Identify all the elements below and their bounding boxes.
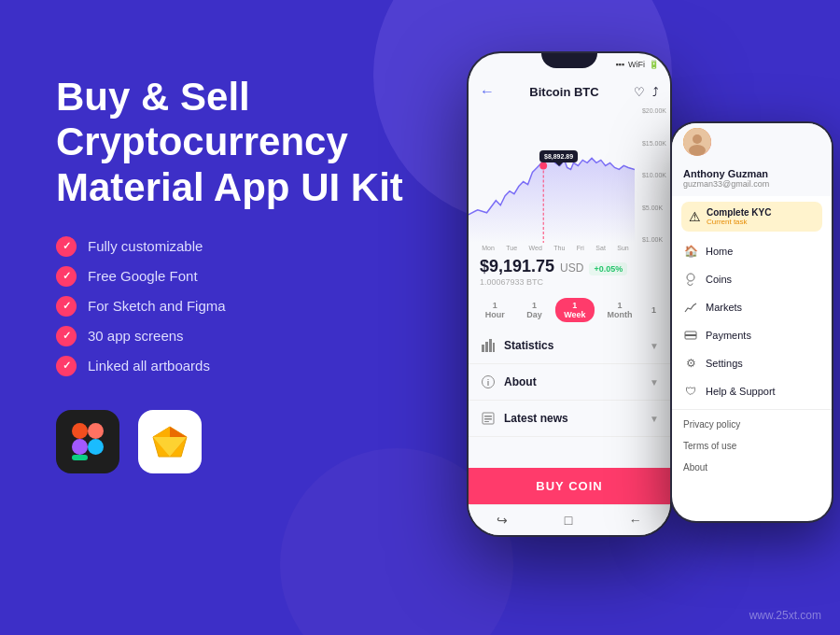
price-amount: $9,191.75	[480, 257, 554, 276]
accordion-left: i About	[480, 374, 537, 390]
share-icon[interactable]: ⤴	[652, 85, 659, 99]
help-icon: 🛡	[683, 384, 698, 399]
chart-svg	[469, 111, 670, 243]
x-label: Thu	[553, 245, 565, 251]
home-icon: 🏠	[683, 244, 698, 259]
chevron-down-icon: ▼	[650, 414, 659, 424]
about-label: About	[504, 375, 537, 388]
chart-area: $20.00K $15.00K $10.00K $5.00K $1.00K $8…	[469, 107, 670, 243]
svg-rect-2	[72, 439, 88, 455]
user-name: Anthony Guzman	[683, 168, 820, 179]
kyc-subtitle: Current task	[707, 218, 815, 226]
figma-icon	[56, 410, 119, 473]
chart-y-labels: $20.00K $15.00K $10.00K $5.00K $1.00K	[642, 107, 666, 243]
buy-coin-button[interactable]: BUY COIN	[469, 468, 670, 504]
statistics-label: Statistics	[504, 339, 553, 352]
svg-rect-14	[493, 343, 495, 352]
accordion-about[interactable]: i About ▼	[469, 364, 670, 401]
y-label: $20.00K	[642, 107, 666, 114]
features-list: ✓ Fully customizable ✓ Free Google Font …	[56, 236, 411, 376]
x-label: Tue	[506, 245, 517, 251]
phone-notch	[541, 53, 597, 68]
phone2-header	[672, 123, 832, 161]
time-custom[interactable]: 1	[645, 298, 663, 322]
check-icon: ✓	[56, 266, 77, 287]
feature-item: ✓ Linked all artboards	[56, 356, 411, 376]
menu-label: Coins	[706, 274, 732, 285]
time-1month[interactable]: 1 Month	[598, 298, 641, 322]
time-1day[interactable]: 1 Day	[517, 298, 551, 322]
header-icons: ♡ ⤴	[634, 85, 659, 99]
phone-main: ▪▪▪ WiFi 🔋 ← Bitcoin BTC ♡ ⤴	[467, 51, 672, 537]
x-label: Mon	[482, 245, 495, 251]
drawer-menu: 🏠 Home Coins Markets	[672, 237, 832, 405]
svg-rect-25	[685, 334, 696, 336]
chevron-down-icon: ▼	[650, 377, 659, 388]
drawer-item-payments[interactable]: Payments	[672, 321, 832, 349]
svg-rect-0	[72, 423, 88, 439]
svg-rect-13	[489, 339, 492, 352]
drawer-item-help[interactable]: 🛡 Help & Support	[672, 377, 832, 405]
battery-icon: 🔋	[649, 60, 659, 69]
accordion-statistics[interactable]: Statistics ▼	[469, 328, 670, 364]
drawer-item-coins[interactable]: Coins	[672, 265, 832, 293]
svg-rect-20	[484, 421, 489, 422]
feature-item: ✓ Free Google Font	[56, 266, 411, 287]
phone-secondary: Anthony Guzman guzman33@gmail.com ⚠ Comp…	[670, 121, 833, 523]
drawer-content: 🏠 Home Coins Markets	[672, 237, 832, 521]
heart-icon[interactable]: ♡	[634, 85, 645, 99]
price-change: +0.05%	[589, 262, 627, 275]
feature-text: Fully customizable	[88, 238, 203, 254]
nav-recent-icon[interactable]: ←	[629, 513, 642, 528]
user-avatar	[683, 128, 711, 156]
feature-text: 30 app screens	[88, 328, 184, 344]
svg-rect-3	[72, 455, 88, 460]
tool-icons	[56, 410, 411, 473]
x-label: Fri	[577, 245, 584, 251]
about-link[interactable]: About	[672, 457, 832, 478]
price-currency: USD	[560, 261, 583, 275]
terms-of-use-link[interactable]: Terms of use	[672, 435, 832, 457]
feature-text: Free Google Font	[88, 268, 198, 284]
svg-point-4	[88, 439, 104, 455]
y-label: $10.00K	[642, 172, 666, 178]
x-label: Sun	[617, 245, 628, 251]
kyc-text: Complete KYC Current task	[707, 207, 815, 226]
drawer-item-home[interactable]: 🏠 Home	[672, 237, 832, 265]
feature-item: ✓ Fully customizable	[56, 236, 411, 257]
svg-rect-1	[88, 423, 104, 439]
user-info: Anthony Guzman guzman33@gmail.com	[672, 161, 832, 196]
menu-label: Markets	[706, 302, 742, 313]
time-1hour[interactable]: 1 Hour	[476, 298, 513, 322]
menu-label: Home	[706, 246, 733, 257]
feature-text: Linked all artboards	[88, 358, 210, 374]
watermark: www.25xt.com	[749, 609, 821, 622]
drawer-divider	[672, 409, 832, 410]
nav-home-icon[interactable]: □	[565, 513, 572, 528]
svg-rect-18	[484, 416, 492, 417]
coins-icon	[683, 272, 698, 287]
signal-icon: ▪▪▪	[615, 60, 624, 69]
chart-x-labels: Mon Tue Wed Thu Fri Sat Sun	[469, 243, 670, 251]
coin-title: Bitcoin BTC	[529, 85, 598, 99]
time-1week[interactable]: 1 Week	[555, 298, 595, 322]
x-label: Sat	[595, 245, 606, 251]
drawer-item-settings[interactable]: ⚙ Settings	[672, 349, 832, 377]
nav-back-icon[interactable]: ↪	[497, 513, 508, 528]
svg-rect-11	[482, 345, 484, 352]
time-filters: 1 Hour 1 Day 1 Week 1 Month 1	[469, 292, 670, 328]
news-label: Latest news	[504, 412, 568, 425]
news-icon	[480, 410, 497, 427]
wifi-icon: WiFi	[628, 60, 645, 69]
drawer-item-markets[interactable]: Markets	[672, 293, 832, 321]
privacy-policy-link[interactable]: Privacy policy	[672, 414, 832, 435]
y-label: $1.00K	[642, 236, 666, 243]
left-section: Buy & SellCryptocurrencyMaterial App UI …	[56, 75, 411, 473]
kyc-banner[interactable]: ⚠ Complete KYC Current task	[681, 202, 822, 232]
accordion-news[interactable]: Latest news ▼	[469, 401, 670, 437]
back-button[interactable]: ←	[480, 83, 495, 100]
price-tooltip: $8,892.89	[539, 150, 578, 162]
payments-icon	[683, 328, 698, 343]
y-label: $15.00K	[642, 140, 666, 147]
kyc-title: Complete KYC	[707, 207, 815, 218]
